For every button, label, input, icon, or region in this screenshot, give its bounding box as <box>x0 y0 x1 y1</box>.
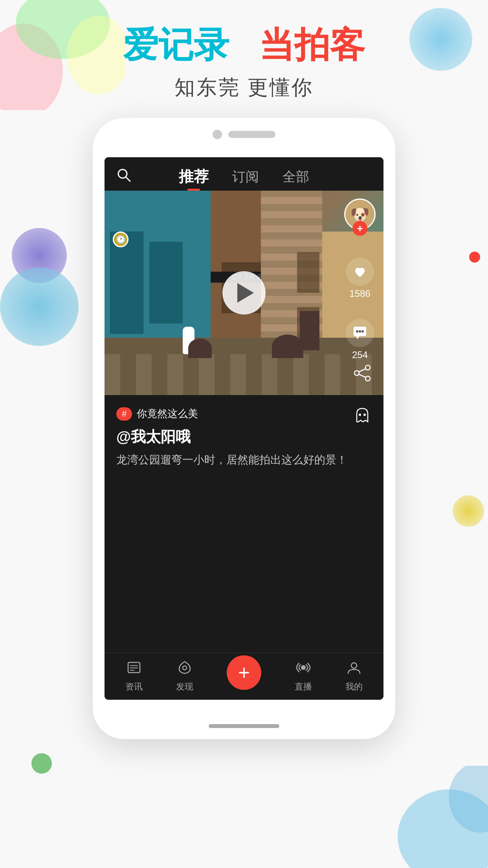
nav-tabs: 推荐 订阅 全部 <box>179 167 309 187</box>
discover-icon <box>177 660 192 679</box>
comment-icon <box>346 319 374 347</box>
tab-discover-label: 发现 <box>176 681 193 693</box>
comment-button[interactable]: 254 <box>346 319 374 360</box>
tab-news-label: 资讯 <box>125 681 143 693</box>
svg-line-15 <box>359 374 366 377</box>
video-meta: # 你竟然这么美 @我太阳哦 龙湾公园遛弯一小时，居然能拍出这么好的景！ <box>105 395 383 476</box>
headline-part2: 当拍客 <box>259 25 365 64</box>
play-button[interactable] <box>222 271 266 314</box>
bush-2 <box>272 335 303 358</box>
news-icon <box>127 660 141 679</box>
svg-line-6 <box>126 177 130 181</box>
phone-home-indicator <box>209 724 279 728</box>
phone-speaker <box>228 131 275 138</box>
tab-recommend[interactable]: 推荐 <box>179 167 209 187</box>
svg-point-13 <box>365 376 370 381</box>
live-icon <box>296 660 311 679</box>
hashtag-badge: # <box>116 407 132 421</box>
svg-point-8 <box>356 330 358 333</box>
svg-line-14 <box>359 369 366 372</box>
side-actions <box>349 360 376 429</box>
app-header: 推荐 订阅 全部 <box>105 157 383 191</box>
headline-part1: 爱记录 <box>123 25 229 64</box>
left-lower-decoration <box>0 267 79 346</box>
bottom-left-dot <box>31 753 52 774</box>
phone-notch <box>93 118 395 139</box>
phone-camera <box>213 130 222 139</box>
wooden-floor <box>105 354 383 395</box>
profile-icon <box>347 660 361 679</box>
tab-news[interactable]: 资讯 <box>125 660 143 693</box>
search-button[interactable] <box>116 167 131 186</box>
tab-profile-label: 我的 <box>345 681 363 693</box>
like-icon <box>346 257 374 286</box>
tab-all[interactable]: 全部 <box>283 168 309 186</box>
window-stone-1 <box>297 252 319 293</box>
subtitle: 知东莞 更懂你 <box>0 74 488 101</box>
svg-point-9 <box>359 330 361 333</box>
phone-mockup: 推荐 订阅 全部 THE KINGS HEAD <box>93 118 395 739</box>
right-mid-dot <box>469 252 480 263</box>
share-button[interactable] <box>349 360 376 386</box>
svg-point-24 <box>351 663 357 668</box>
svg-point-11 <box>365 365 370 370</box>
hashtag-text: 你竟然这么美 <box>137 407 198 421</box>
svg-point-10 <box>361 330 364 333</box>
svg-point-23 <box>301 665 306 670</box>
headline: 爱记录 当拍客 <box>0 24 488 66</box>
follow-button[interactable]: + <box>352 221 367 236</box>
bottom-right-decoration <box>370 766 488 868</box>
svg-point-22 <box>183 666 187 670</box>
top-section: 爱记录 当拍客 知东莞 更懂你 <box>0 0 488 134</box>
username[interactable]: @我太阳哦 <box>116 427 372 447</box>
like-count: 1586 <box>349 288 370 299</box>
tab-live[interactable]: 直播 <box>295 660 312 693</box>
video-description: 龙湾公园遛弯一小时，居然能拍出这么好的景！ <box>116 452 372 468</box>
ghost-button[interactable] <box>349 402 376 429</box>
window-left-2 <box>149 242 183 324</box>
tab-create-button[interactable]: + <box>227 655 261 690</box>
app-screen: 推荐 订阅 全部 THE KINGS HEAD <box>105 157 383 700</box>
tab-discover[interactable]: 发现 <box>176 660 193 693</box>
svg-point-17 <box>363 414 366 416</box>
bush-1 <box>188 338 212 358</box>
play-triangle-icon <box>237 283 254 303</box>
create-plus-icon: + <box>238 662 250 683</box>
svg-point-16 <box>359 414 361 416</box>
like-button[interactable]: 1586 <box>346 257 374 299</box>
tab-bar: 资讯 发现 + <box>105 653 383 700</box>
tab-profile[interactable]: 我的 <box>345 660 363 693</box>
tab-live-label: 直播 <box>295 681 312 693</box>
right-lower-decoration <box>453 495 484 527</box>
tab-subscribe[interactable]: 订阅 <box>232 168 259 186</box>
avatar-wrap: 🐶 + <box>344 199 376 230</box>
svg-point-12 <box>354 371 359 375</box>
video-container[interactable]: THE KINGS HEAD 🕐 <box>105 191 383 395</box>
hashtag-row: # 你竟然这么美 <box>116 407 372 421</box>
window-left-1 <box>110 232 143 334</box>
comment-count: 254 <box>352 349 368 360</box>
video-actions: 🐶 + 1586 <box>344 199 376 360</box>
small-tree <box>300 311 319 350</box>
